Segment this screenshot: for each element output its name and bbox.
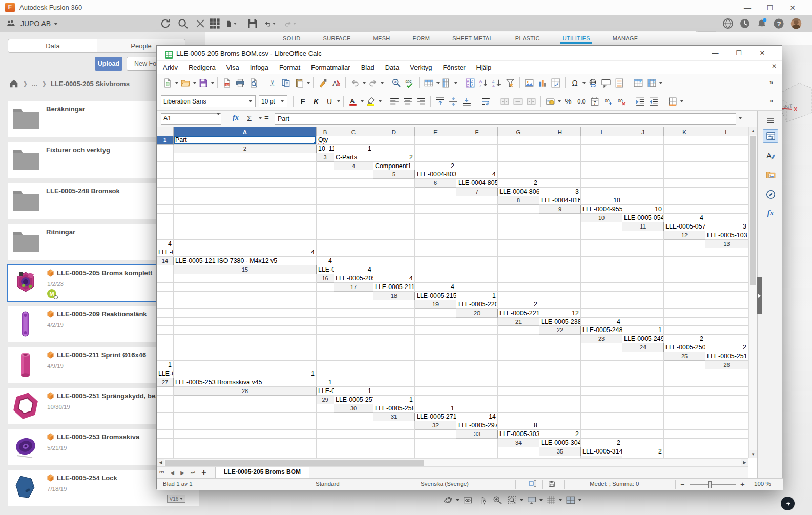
cell-B18[interactable]: 1	[456, 292, 498, 300]
tab-data[interactable]: Data	[8, 39, 98, 53]
cell-empty[interactable]	[622, 413, 664, 421]
cell-empty[interactable]	[334, 439, 373, 447]
cell-empty[interactable]	[334, 413, 373, 421]
dropdown-arrow-icon[interactable]	[559, 499, 562, 501]
cell-empty[interactable]	[705, 292, 748, 300]
cell-empty[interactable]	[157, 170, 174, 179]
add-sheet-icon[interactable]: +	[198, 468, 210, 477]
cell-empty[interactable]	[705, 162, 748, 171]
cell-B13[interactable]: 4	[174, 248, 317, 257]
cell-empty[interactable]	[539, 387, 581, 396]
cell-empty[interactable]	[317, 196, 334, 205]
insert-column-button[interactable]	[440, 76, 458, 90]
cell-empty[interactable]	[581, 162, 622, 171]
toolbar-overflow-icon[interactable]: »	[769, 97, 772, 105]
sheet-tab-active[interactable]: LLE-0005-205 Broms BOM	[215, 467, 309, 479]
menu-formatmallar[interactable]: Formatmallar	[311, 64, 350, 71]
cell-empty[interactable]	[334, 343, 373, 352]
cell-empty[interactable]	[664, 439, 705, 447]
cell-empty[interactable]	[581, 188, 622, 196]
cell-A24[interactable]: LLE-0005-250 Mothåll v15	[664, 343, 705, 352]
cell-empty[interactable]	[174, 300, 317, 309]
cell-empty[interactable]	[456, 205, 498, 214]
cell-empty[interactable]	[334, 369, 373, 378]
cell-B19[interactable]: 2	[498, 300, 539, 309]
look-at-button[interactable]	[461, 493, 474, 507]
cell-empty[interactable]	[664, 447, 705, 456]
hyperlink-button[interactable]	[586, 76, 599, 90]
cell-empty[interactable]	[498, 378, 539, 387]
row-header-14[interactable]: 14	[157, 257, 174, 265]
cell-empty[interactable]	[498, 404, 539, 413]
cell-empty[interactable]	[622, 361, 664, 369]
cell-empty[interactable]	[498, 352, 539, 361]
cell-empty[interactable]	[539, 222, 581, 231]
cell-empty[interactable]	[581, 179, 622, 188]
scroll-down-icon[interactable]: ▼	[749, 450, 757, 458]
cell-empty[interactable]	[581, 352, 622, 361]
dropdown-arrow-icon[interactable]	[578, 499, 581, 501]
cell-empty[interactable]	[415, 240, 456, 249]
dropdown-arrow-icon[interactable]	[175, 82, 178, 84]
cell-empty[interactable]	[705, 309, 748, 318]
cell-empty[interactable]	[456, 343, 498, 352]
cell-empty[interactable]	[317, 326, 334, 335]
cell-B4[interactable]: 2	[415, 162, 456, 171]
cell-empty[interactable]	[317, 439, 334, 447]
zoom-button[interactable]	[491, 493, 504, 507]
cell-empty[interactable]	[456, 396, 498, 404]
cell-empty[interactable]	[622, 396, 664, 404]
cell-empty[interactable]	[317, 162, 334, 171]
cell-empty[interactable]	[334, 326, 373, 335]
clear-formatting-button[interactable]: A	[329, 76, 343, 90]
cell-empty[interactable]	[157, 274, 174, 283]
file-menu-button[interactable]	[225, 18, 237, 29]
row-header-35[interactable]: 35	[539, 447, 581, 456]
cell-B33[interactable]: 2	[539, 430, 581, 439]
dropdown-arrow-icon[interactable]	[436, 82, 440, 84]
breadcrumb-ellipsis[interactable]: ...	[32, 80, 37, 88]
equals-icon[interactable]: =	[264, 113, 269, 122]
team-selector[interactable]: JUPO AB	[5, 18, 58, 29]
row-header-26[interactable]: 26	[705, 361, 748, 369]
cell-empty[interactable]	[415, 369, 456, 378]
dropdown-arrow-icon[interactable]	[361, 100, 364, 102]
cell-empty[interactable]	[705, 335, 748, 343]
cell-empty[interactable]	[373, 439, 415, 447]
cell-empty[interactable]	[317, 309, 334, 318]
cell-empty[interactable]	[157, 430, 174, 439]
cell-empty[interactable]	[334, 196, 373, 205]
menu-fonster[interactable]: Fönster	[443, 64, 465, 71]
cell-empty[interactable]	[539, 248, 581, 257]
cell-B6[interactable]: 2	[498, 179, 539, 188]
row-header-16[interactable]: 16	[317, 274, 334, 283]
row-header-32[interactable]: 32	[415, 421, 456, 430]
help-icon[interactable]: ?	[773, 18, 784, 29]
cell-empty[interactable]	[581, 396, 622, 404]
cell-empty[interactable]	[157, 153, 174, 162]
menu-arkiv[interactable]: Arkiv	[163, 64, 178, 71]
cell-empty[interactable]	[664, 136, 705, 145]
cell-empty[interactable]	[622, 309, 664, 318]
cell-empty[interactable]	[622, 153, 664, 162]
valign-bottom-button[interactable]	[460, 95, 473, 108]
maximize-button[interactable]: ☐	[759, 0, 781, 15]
cell-empty[interactable]	[456, 378, 498, 387]
cell-B3[interactable]: 2	[373, 153, 415, 162]
menu-blad[interactable]: Blad	[361, 64, 374, 71]
cell-empty[interactable]	[334, 335, 373, 343]
cell-A21[interactable]: LLE-0005-238 ISO 7040 - M8 Prevailing nu…	[539, 318, 581, 326]
cell-empty[interactable]	[498, 162, 539, 171]
sidebar-functions-icon[interactable]: fx	[763, 206, 778, 220]
cell-empty[interactable]	[539, 274, 581, 283]
new-document-button[interactable]	[161, 76, 179, 90]
status-stats[interactable]: Medel: ; Summa: 0	[590, 481, 639, 487]
cell-empty[interactable]	[334, 136, 373, 145]
underline-button[interactable]: U	[323, 95, 341, 108]
cell-empty[interactable]	[334, 378, 373, 387]
cell-empty[interactable]	[622, 378, 664, 387]
cell-empty[interactable]	[157, 396, 174, 404]
cell-empty[interactable]	[373, 145, 415, 153]
dropdown-arrow-icon[interactable]	[381, 82, 384, 84]
cell-empty[interactable]	[664, 274, 705, 283]
